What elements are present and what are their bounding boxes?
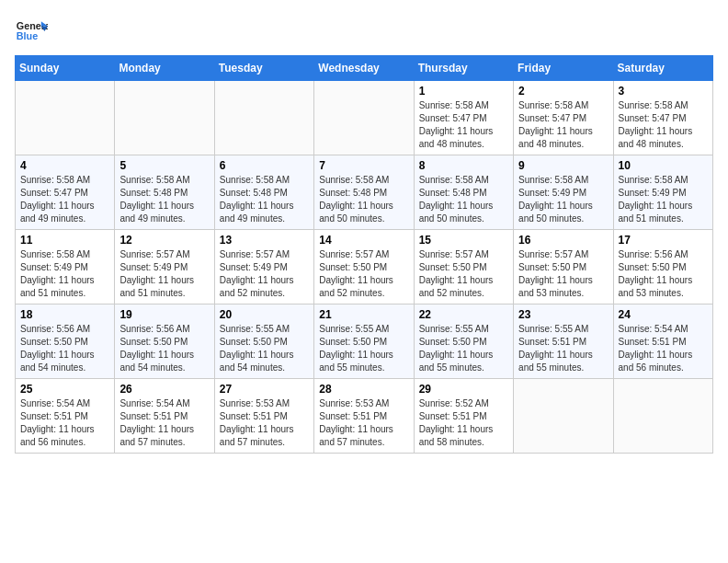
cell-info: Sunrise: 5:55 AM Sunset: 5:50 PM Dayligh… [319, 323, 408, 374]
cell-info: Sunrise: 5:57 AM Sunset: 5:49 PM Dayligh… [119, 248, 209, 300]
day-number: 6 [220, 159, 309, 172]
day-number: 10 [619, 159, 708, 172]
calendar-cell: 5Sunrise: 5:58 AM Sunset: 5:48 PM Daylig… [115, 155, 214, 230]
calendar-cell: 9Sunrise: 5:58 AM Sunset: 5:49 PM Daylig… [514, 155, 613, 230]
calendar-cell: 29Sunrise: 5:52 AM Sunset: 5:51 PM Dayli… [414, 379, 513, 454]
day-number: 29 [419, 383, 508, 396]
day-number: 4 [20, 159, 109, 172]
calendar-cell: 7Sunrise: 5:58 AM Sunset: 5:48 PM Daylig… [314, 155, 414, 230]
cell-info: Sunrise: 5:56 AM Sunset: 5:50 PM Dayligh… [119, 323, 209, 374]
day-number: 9 [518, 159, 608, 172]
cell-info: Sunrise: 5:53 AM Sunset: 5:51 PM Dayligh… [319, 397, 408, 449]
calendar-week-row: 11Sunrise: 5:58 AM Sunset: 5:49 PM Dayli… [16, 230, 713, 304]
calendar-cell: 26Sunrise: 5:54 AM Sunset: 5:51 PM Dayli… [115, 379, 214, 454]
calendar-cell: 21Sunrise: 5:55 AM Sunset: 5:50 PM Dayli… [314, 304, 414, 379]
calendar-cell: 1Sunrise: 5:58 AM Sunset: 5:47 PM Daylig… [414, 81, 513, 155]
calendar-cell: 23Sunrise: 5:55 AM Sunset: 5:51 PM Dayli… [514, 304, 613, 379]
day-number: 11 [20, 234, 109, 247]
cell-info: Sunrise: 5:58 AM Sunset: 5:49 PM Dayligh… [619, 174, 708, 225]
day-number: 21 [319, 308, 408, 321]
day-number: 26 [119, 383, 209, 396]
calendar-cell [115, 81, 214, 155]
day-number: 14 [319, 234, 408, 247]
day-number: 13 [220, 234, 309, 247]
cell-info: Sunrise: 5:55 AM Sunset: 5:50 PM Dayligh… [419, 323, 508, 374]
day-header-monday: Monday [115, 56, 214, 81]
calendar-week-row: 4Sunrise: 5:58 AM Sunset: 5:47 PM Daylig… [16, 155, 713, 230]
calendar-cell: 14Sunrise: 5:57 AM Sunset: 5:50 PM Dayli… [314, 230, 414, 304]
calendar-cell [613, 379, 712, 454]
calendar-cell [214, 81, 313, 155]
day-number: 24 [619, 308, 708, 321]
calendar-cell [16, 81, 115, 155]
day-header-saturday: Saturday [613, 56, 712, 81]
logo-icon: General Blue [15, 15, 48, 48]
day-header-sunday: Sunday [16, 56, 115, 81]
day-number: 16 [518, 234, 608, 247]
cell-info: Sunrise: 5:58 AM Sunset: 5:48 PM Dayligh… [319, 174, 408, 225]
calendar-cell [314, 81, 414, 155]
calendar-cell: 15Sunrise: 5:57 AM Sunset: 5:50 PM Dayli… [414, 230, 513, 304]
cell-info: Sunrise: 5:57 AM Sunset: 5:49 PM Dayligh… [220, 248, 309, 300]
cell-info: Sunrise: 5:58 AM Sunset: 5:47 PM Dayligh… [20, 174, 109, 225]
cell-info: Sunrise: 5:58 AM Sunset: 5:47 PM Dayligh… [518, 99, 608, 151]
calendar-cell: 3Sunrise: 5:58 AM Sunset: 5:47 PM Daylig… [613, 81, 712, 155]
day-number: 27 [220, 383, 309, 396]
cell-info: Sunrise: 5:57 AM Sunset: 5:50 PM Dayligh… [319, 248, 408, 300]
calendar-week-row: 18Sunrise: 5:56 AM Sunset: 5:50 PM Dayli… [16, 304, 713, 379]
cell-info: Sunrise: 5:55 AM Sunset: 5:51 PM Dayligh… [518, 323, 608, 374]
cell-info: Sunrise: 5:54 AM Sunset: 5:51 PM Dayligh… [20, 397, 109, 449]
calendar-cell: 22Sunrise: 5:55 AM Sunset: 5:50 PM Dayli… [414, 304, 513, 379]
calendar-cell: 28Sunrise: 5:53 AM Sunset: 5:51 PM Dayli… [314, 379, 414, 454]
calendar-cell: 12Sunrise: 5:57 AM Sunset: 5:49 PM Dayli… [115, 230, 214, 304]
day-number: 18 [20, 308, 109, 321]
cell-info: Sunrise: 5:57 AM Sunset: 5:50 PM Dayligh… [518, 248, 608, 300]
day-number: 19 [119, 308, 209, 321]
calendar-cell: 17Sunrise: 5:56 AM Sunset: 5:50 PM Dayli… [613, 230, 712, 304]
calendar-table: SundayMondayTuesdayWednesdayThursdayFrid… [15, 55, 713, 454]
calendar-cell: 16Sunrise: 5:57 AM Sunset: 5:50 PM Dayli… [514, 230, 613, 304]
day-number: 15 [419, 234, 508, 247]
cell-info: Sunrise: 5:58 AM Sunset: 5:47 PM Dayligh… [419, 99, 508, 151]
calendar-cell: 13Sunrise: 5:57 AM Sunset: 5:49 PM Dayli… [214, 230, 313, 304]
cell-info: Sunrise: 5:55 AM Sunset: 5:50 PM Dayligh… [220, 323, 309, 374]
day-number: 5 [119, 159, 209, 172]
cell-info: Sunrise: 5:54 AM Sunset: 5:51 PM Dayligh… [119, 397, 209, 449]
day-number: 20 [220, 308, 309, 321]
day-number: 25 [20, 383, 109, 396]
calendar-cell: 27Sunrise: 5:53 AM Sunset: 5:51 PM Dayli… [214, 379, 313, 454]
day-header-thursday: Thursday [414, 56, 513, 81]
calendar-cell: 6Sunrise: 5:58 AM Sunset: 5:48 PM Daylig… [214, 155, 313, 230]
day-number: 1 [419, 85, 508, 98]
logo: General Blue [15, 15, 48, 48]
calendar-header-row: SundayMondayTuesdayWednesdayThursdayFrid… [16, 56, 713, 81]
calendar-cell [514, 379, 613, 454]
calendar-cell: 11Sunrise: 5:58 AM Sunset: 5:49 PM Dayli… [16, 230, 115, 304]
calendar-cell: 10Sunrise: 5:58 AM Sunset: 5:49 PM Dayli… [613, 155, 712, 230]
page-header: General Blue [15, 15, 713, 48]
calendar-cell: 24Sunrise: 5:54 AM Sunset: 5:51 PM Dayli… [613, 304, 712, 379]
cell-info: Sunrise: 5:58 AM Sunset: 5:48 PM Dayligh… [119, 174, 209, 225]
day-number: 3 [619, 85, 708, 98]
calendar-cell: 25Sunrise: 5:54 AM Sunset: 5:51 PM Dayli… [16, 379, 115, 454]
day-header-friday: Friday [514, 56, 613, 81]
day-number: 23 [518, 308, 608, 321]
svg-text:Blue: Blue [17, 30, 38, 41]
cell-info: Sunrise: 5:54 AM Sunset: 5:51 PM Dayligh… [619, 323, 708, 374]
cell-info: Sunrise: 5:58 AM Sunset: 5:48 PM Dayligh… [220, 174, 309, 225]
cell-info: Sunrise: 5:56 AM Sunset: 5:50 PM Dayligh… [20, 323, 109, 374]
calendar-week-row: 1Sunrise: 5:58 AM Sunset: 5:47 PM Daylig… [16, 81, 713, 155]
cell-info: Sunrise: 5:58 AM Sunset: 5:49 PM Dayligh… [518, 174, 608, 225]
cell-info: Sunrise: 5:58 AM Sunset: 5:47 PM Dayligh… [619, 99, 708, 151]
day-number: 8 [419, 159, 508, 172]
day-number: 17 [619, 234, 708, 247]
cell-info: Sunrise: 5:52 AM Sunset: 5:51 PM Dayligh… [419, 397, 508, 449]
cell-info: Sunrise: 5:53 AM Sunset: 5:51 PM Dayligh… [220, 397, 309, 449]
calendar-week-row: 25Sunrise: 5:54 AM Sunset: 5:51 PM Dayli… [16, 379, 713, 454]
calendar-cell: 19Sunrise: 5:56 AM Sunset: 5:50 PM Dayli… [115, 304, 214, 379]
calendar-cell: 2Sunrise: 5:58 AM Sunset: 5:47 PM Daylig… [514, 81, 613, 155]
calendar-cell: 18Sunrise: 5:56 AM Sunset: 5:50 PM Dayli… [16, 304, 115, 379]
day-header-wednesday: Wednesday [314, 56, 414, 81]
day-number: 7 [319, 159, 408, 172]
day-number: 22 [419, 308, 508, 321]
